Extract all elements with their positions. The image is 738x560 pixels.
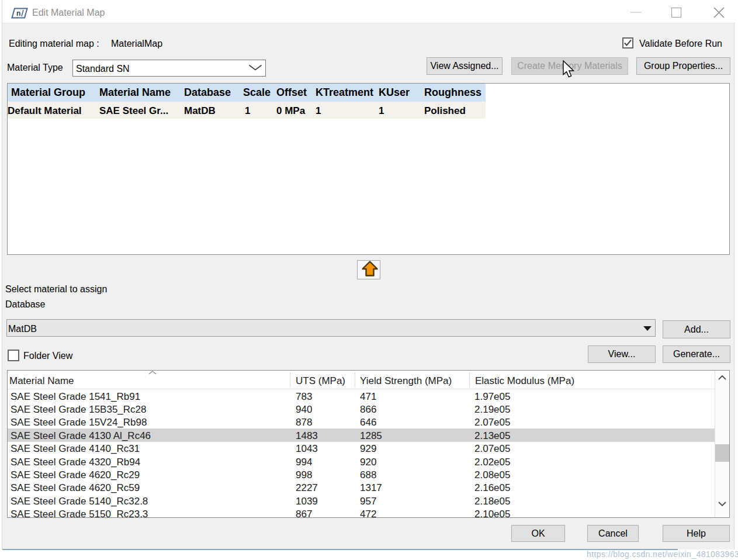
svg-text:n: n: [16, 9, 20, 18]
